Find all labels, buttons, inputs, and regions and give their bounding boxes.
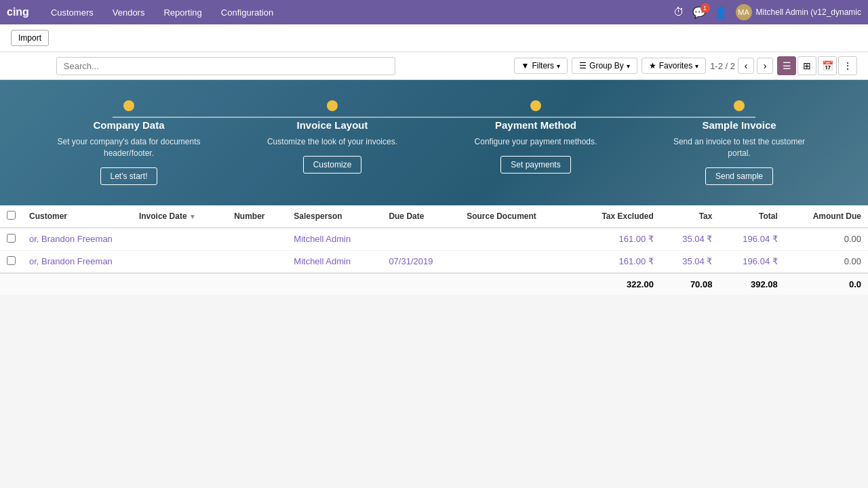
row2-checkbox[interactable] — [7, 256, 16, 265]
checkbox-col-header — [0, 205, 22, 228]
favorites-label: Favorites — [659, 61, 692, 70]
customer-header[interactable]: Customer — [22, 205, 132, 228]
table-row[interactable]: or, Brandon Freeman Mitchell Admin 161.0… — [0, 228, 868, 251]
step3-dot — [530, 100, 541, 111]
row2-due-date[interactable]: 07/31/2019 — [382, 250, 460, 273]
chat-icon[interactable]: 💬 1 — [692, 6, 706, 19]
step2-button[interactable]: Customize — [303, 156, 362, 174]
prev-page-button[interactable]: ‹ — [738, 58, 754, 74]
user-settings-icon[interactable]: 👤 — [714, 6, 728, 19]
footer-total: 392.08 — [719, 273, 784, 295]
step2-dot — [327, 100, 338, 111]
nav-configuration[interactable]: Configuration — [213, 3, 281, 22]
select-all-checkbox[interactable] — [7, 211, 16, 220]
nav-reporting[interactable]: Reporting — [155, 3, 210, 22]
footer-tax-excluded: 322.00 — [572, 273, 660, 295]
star-icon: ★ — [649, 61, 656, 70]
row1-tax-excluded[interactable]: 161.00 ₹ — [572, 228, 660, 251]
row1-tax[interactable]: 35.04 ₹ — [660, 228, 719, 251]
favorites-button[interactable]: ★ Favorites ▾ — [642, 58, 706, 74]
source-document-header[interactable]: Source Document — [460, 205, 572, 228]
filters-button[interactable]: ▼ Filters ▾ — [514, 58, 568, 74]
row1-customer[interactable]: or, Brandon Freeman — [22, 228, 132, 251]
amount-due-header[interactable]: Amount Due — [785, 205, 868, 228]
calendar-view-button[interactable]: 📅 — [818, 56, 837, 75]
invoice-date-header[interactable]: Invoice Date ▼ — [132, 205, 227, 228]
step2-title: Invoice Layout — [258, 119, 407, 131]
step4-dot — [734, 100, 745, 111]
group-by-button[interactable]: ☰ Group By ▾ — [572, 58, 637, 74]
nav-menu: Customers Vendors Reporting Configuratio… — [43, 3, 673, 22]
row1-amount-due: 0.00 — [785, 228, 868, 251]
group-by-arrow: ▾ — [627, 62, 630, 70]
row1-due-date — [382, 228, 460, 251]
total-header[interactable]: Total — [719, 205, 784, 228]
row2-customer[interactable]: or, Brandon Freeman — [22, 250, 132, 273]
invoice-table: Customer Invoice Date ▼ Number Salespers… — [0, 205, 868, 295]
top-navigation: cing Customers Vendors Reporting Configu… — [0, 0, 868, 24]
row2-source-doc — [460, 250, 572, 273]
due-date-header[interactable]: Due Date — [382, 205, 460, 228]
row1-source-doc — [460, 228, 572, 251]
step2-desc: Customize the look of your invoices. — [258, 136, 407, 148]
list-view-button[interactable]: ☰ — [777, 56, 796, 75]
step3-button[interactable]: Set payments — [500, 156, 570, 174]
row1-checkbox[interactable] — [7, 234, 16, 243]
footer-amount-due: 0.0 — [785, 273, 868, 295]
nav-right: ⏱ 💬 1 👤 MA Mitchell Admin (v12_dynamic — [673, 4, 861, 20]
row1-invoice-date — [132, 228, 227, 251]
user-name: Mitchell Admin (v12_dynamic — [756, 7, 861, 17]
invoice-date-sort-icon: ▼ — [189, 213, 196, 220]
clock-icon[interactable]: ⏱ — [673, 6, 684, 18]
footer-tax: 70.08 — [660, 273, 719, 295]
row2-tax[interactable]: 35.04 ₹ — [660, 250, 719, 273]
tax-excluded-header[interactable]: Tax Excluded — [572, 205, 660, 228]
filters-arrow: ▾ — [557, 62, 560, 70]
toolbar: Import — [0, 24, 868, 52]
filter-icon: ▼ — [521, 61, 530, 70]
row2-tax-excluded[interactable]: 161.00 ₹ — [572, 250, 660, 273]
step4-title: Sample Invoice — [665, 119, 814, 131]
next-page-button[interactable]: › — [757, 58, 773, 74]
row1-salesperson[interactable]: Mitchell Admin — [287, 228, 382, 251]
nav-vendors[interactable]: Vendors — [104, 3, 153, 22]
more-view-button[interactable]: ⋮ — [838, 56, 857, 75]
step-company-data: Company Data Set your company's data for… — [54, 100, 203, 185]
import-button[interactable]: Import — [11, 30, 49, 46]
step-invoice-layout: Invoice Layout Customize the look of you… — [258, 100, 407, 174]
setup-banner: Company Data Set your company's data for… — [0, 80, 868, 205]
row2-checkbox-cell — [0, 250, 22, 273]
tax-header[interactable]: Tax — [660, 205, 719, 228]
step3-desc: Configure your payment methods. — [461, 136, 610, 148]
footer-empty — [0, 273, 572, 295]
row2-invoice-date — [132, 250, 227, 273]
pagination-text: 1-2 / 2 — [710, 61, 735, 71]
invoice-date-label: Invoice Date — [139, 211, 187, 221]
view-buttons: ☰ ⊞ 📅 ⋮ — [777, 56, 857, 75]
step-payment-method: Payment Method Configure your payment me… — [461, 100, 610, 174]
search-box — [56, 57, 463, 75]
row2-salesperson[interactable]: Mitchell Admin — [287, 250, 382, 273]
row1-number — [227, 228, 287, 251]
row1-total[interactable]: 196.04 ₹ — [719, 228, 784, 251]
row1-checkbox-cell — [0, 228, 22, 251]
step4-desc: Send an invoice to test the customer por… — [665, 136, 814, 159]
kanban-view-button[interactable]: ⊞ — [797, 56, 816, 75]
nav-customers[interactable]: Customers — [43, 3, 102, 22]
row2-total[interactable]: 196.04 ₹ — [719, 250, 784, 273]
user-info[interactable]: MA Mitchell Admin (v12_dynamic — [736, 4, 861, 20]
salesperson-header[interactable]: Salesperson — [287, 205, 382, 228]
table-row[interactable]: or, Brandon Freeman Mitchell Admin 07/31… — [0, 250, 868, 273]
step4-button[interactable]: Send sample — [705, 167, 773, 185]
pagination: 1-2 / 2 ‹ › — [710, 58, 773, 74]
app-brand: cing — [7, 6, 29, 18]
step1-desc: Set your company's data for documents he… — [54, 136, 203, 159]
search-input[interactable] — [56, 57, 395, 75]
group-by-icon: ☰ — [579, 61, 587, 70]
group-by-label: Group By — [589, 61, 624, 70]
step1-title: Company Data — [54, 119, 203, 131]
table-header-row: Customer Invoice Date ▼ Number Salespers… — [0, 205, 868, 228]
step1-button[interactable]: Let's start! — [100, 167, 158, 185]
step-sample-invoice: Sample Invoice Send an invoice to test t… — [665, 100, 814, 185]
number-header[interactable]: Number — [227, 205, 287, 228]
